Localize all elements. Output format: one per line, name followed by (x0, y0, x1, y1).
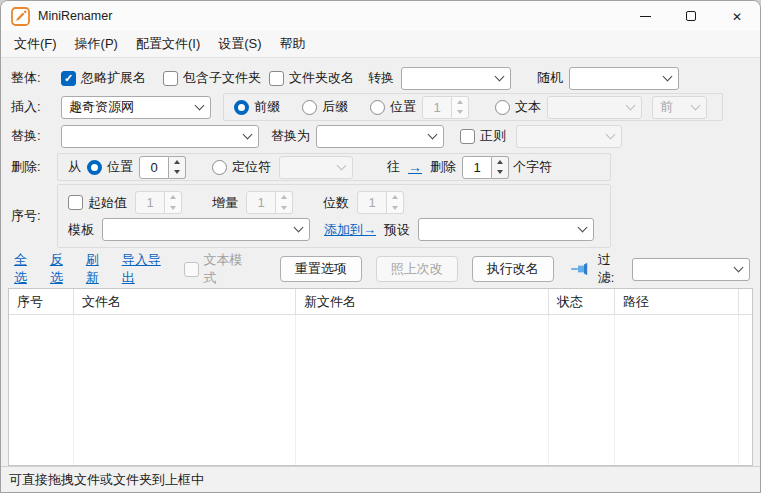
spinner-down-button[interactable] (387, 203, 403, 214)
random-combobox[interactable] (569, 67, 679, 90)
menu-settings[interactable]: 设置(S) (209, 32, 270, 56)
checkbox-icon (460, 129, 475, 144)
suffix-radio[interactable]: 后缀 (302, 98, 348, 116)
add-to-link[interactable]: 添加到→ (324, 221, 376, 239)
refresh-link[interactable]: 刷新 (86, 251, 110, 287)
table-column-line (739, 315, 752, 465)
minimize-button[interactable] (622, 1, 668, 31)
ignore-extension-checkbox[interactable]: 忽略扩展名 (61, 69, 146, 87)
spinner-up-button[interactable] (165, 192, 181, 203)
serial-start-spinner[interactable]: 1 (135, 191, 182, 214)
regex-label: 正则 (480, 127, 506, 145)
delete-locator-radio[interactable]: 定位符 (212, 158, 271, 176)
insert-label: 插入: (11, 93, 57, 121)
text-mode-checkbox[interactable]: 文本模式 (184, 251, 250, 287)
replace-with-combobox[interactable] (316, 125, 444, 148)
checkbox-icon (68, 195, 83, 210)
radio-checked-icon (234, 100, 249, 115)
toward-label: 往 (387, 158, 400, 176)
spinner-up-button[interactable] (387, 192, 403, 203)
anchor-text-combobox[interactable] (547, 96, 642, 119)
increment-spinner[interactable]: 1 (246, 191, 293, 214)
chevron-down-icon (495, 71, 505, 81)
filter-combobox[interactable] (632, 258, 750, 281)
direction-toggle-arrow[interactable]: → (408, 159, 422, 175)
anchor-side-combobox[interactable]: 前 (652, 96, 707, 119)
spinner-up-button[interactable] (492, 157, 508, 168)
checkbox-checked-icon (61, 71, 76, 86)
spinner-buttons (169, 156, 186, 179)
spinner-up-button[interactable] (452, 97, 468, 108)
column-header-newname[interactable]: 新文件名 (296, 289, 549, 314)
regex-checkbox[interactable]: 正则 (460, 127, 506, 145)
pin-icon[interactable] (570, 261, 590, 277)
position-radio[interactable]: 位置 (370, 98, 416, 116)
redo-last-button[interactable]: 照上次改 (376, 256, 458, 282)
replace-search-combobox[interactable] (61, 125, 259, 148)
convert-combobox[interactable] (401, 67, 511, 90)
spinner-up-icon (497, 160, 503, 164)
maximize-button[interactable] (668, 1, 714, 31)
text-anchor-radio[interactable]: 文本 (495, 98, 541, 116)
delete-position-spinner[interactable]: 0 (139, 156, 186, 179)
include-subfolders-label: 包含子文件夹 (183, 69, 261, 87)
spinner-down-button[interactable] (165, 203, 181, 214)
locator-combobox[interactable] (279, 156, 353, 179)
invert-selection-link[interactable]: 反选 (50, 251, 74, 287)
spinner-up-button[interactable] (169, 157, 185, 168)
import-export-link[interactable]: 导入导出 (122, 251, 170, 287)
checkbox-icon (184, 262, 199, 277)
spinner-down-button[interactable] (492, 167, 508, 178)
title-bar: MiniRenamer (1, 1, 760, 31)
serial-start-checkbox[interactable]: 起始值 (68, 194, 127, 212)
spinner-up-icon (457, 100, 463, 104)
select-all-link[interactable]: 全选 (14, 251, 38, 287)
spinner-down-button[interactable] (452, 107, 468, 118)
position-label: 位置 (390, 98, 416, 116)
delete-count-spinner[interactable]: 1 (462, 156, 509, 179)
regex-combobox[interactable] (516, 125, 622, 148)
execute-rename-button[interactable]: 执行改名 (472, 256, 554, 282)
preset-combobox[interactable] (418, 218, 594, 241)
filter-label: 过滤: (598, 251, 625, 287)
table-header: 序号 文件名 新文件名 状态 路径 (9, 289, 752, 315)
spinner-down-button[interactable] (276, 203, 292, 214)
digits-spinner[interactable]: 1 (357, 191, 404, 214)
minirenamer-window: MiniRenamer 文件(F) 操作(P) 配置文件(I) 设置(S) 帮助… (0, 0, 761, 493)
replace-with-label: 替换为 (271, 127, 310, 145)
chevron-down-icon (195, 100, 205, 110)
row-overall: 整体: 忽略扩展名 包含子文件夹 文件夹改名 转换 随机 (1, 64, 760, 92)
window-title: MiniRenamer (38, 9, 112, 23)
app-icon (11, 7, 30, 26)
chevron-down-icon (337, 160, 347, 170)
radio-icon (370, 100, 385, 115)
random-label: 随机 (537, 69, 563, 87)
prefix-radio[interactable]: 前缀 (234, 98, 280, 116)
menu-file[interactable]: 文件(F) (5, 32, 66, 56)
spinner-up-icon (174, 160, 180, 164)
spinner-up-button[interactable] (276, 192, 292, 203)
insert-position-spinner[interactable]: 1 (422, 96, 469, 119)
column-header-filename[interactable]: 文件名 (74, 289, 296, 314)
spinner-down-button[interactable] (169, 167, 185, 178)
status-bar: 可直接拖拽文件或文件夹到上框中 (1, 466, 760, 492)
column-header-index[interactable]: 序号 (9, 289, 74, 314)
chevron-down-icon (578, 223, 588, 233)
close-button[interactable] (714, 1, 760, 31)
column-header-path[interactable]: 路径 (615, 289, 739, 314)
menu-operate[interactable]: 操作(P) (66, 32, 127, 56)
row-delete: 删除: 从 位置 0 定位符 (1, 151, 760, 183)
delete-word-label: 删除 (430, 158, 456, 176)
menu-help[interactable]: 帮助 (271, 32, 315, 56)
table-body[interactable] (9, 315, 752, 465)
template-combobox[interactable] (102, 218, 310, 241)
menu-profile[interactable]: 配置文件(I) (127, 32, 209, 56)
column-header-status[interactable]: 状态 (549, 289, 615, 314)
rename-folders-checkbox[interactable]: 文件夹改名 (269, 69, 354, 87)
reset-options-button[interactable]: 重置选项 (280, 256, 362, 282)
spinner-down-icon (497, 170, 503, 174)
insert-position-value: 1 (422, 96, 452, 119)
insert-text-combobox[interactable]: 趣奇资源网 (61, 96, 211, 119)
include-subfolders-checkbox[interactable]: 包含子文件夹 (163, 69, 261, 87)
delete-position-radio[interactable]: 位置 (87, 158, 133, 176)
